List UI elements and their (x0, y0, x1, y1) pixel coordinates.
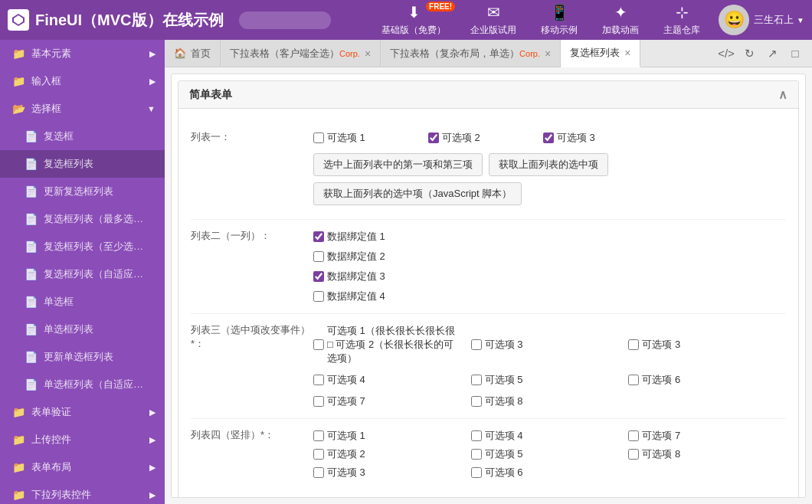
sidebar-item-checkbox-adaptive[interactable]: 📄 复选框列表（自适应… (0, 260, 165, 288)
navbar-item-animation[interactable]: ✦ 加载动画 (590, 3, 651, 37)
list-item[interactable]: 可选项 3 (543, 129, 658, 147)
list-item[interactable]: 数据绑定值 2 (313, 247, 428, 266)
sidebar-item-checkbox-max[interactable]: 📄 复选框列表（最多选… (0, 205, 165, 233)
navbar-item-basic[interactable]: FREE! ⬇ 基础版（免费） (369, 3, 458, 37)
arrow-icon: ▶ (149, 490, 156, 500)
list-item[interactable]: 可选项 6 (628, 371, 786, 389)
checkbox-l4opt5[interactable] (471, 449, 482, 460)
list-item[interactable]: 可选项 4 (313, 371, 471, 389)
tab-close-dropdown-layout[interactable]: × (545, 47, 551, 60)
list-item[interactable]: 可选项 7 (313, 392, 471, 411)
sidebar-item-checkbox-min[interactable]: 📄 复选框列表（至少选… (0, 233, 165, 260)
sidebar-item-form-validation[interactable]: 📁 表单验证 ▶ (0, 398, 165, 426)
checkbox-l4opt1[interactable] (313, 430, 324, 441)
sidebar-item-input[interactable]: 📁 输入框 ▶ (0, 67, 165, 95)
list-item[interactable]: 可选项 2 (313, 445, 471, 463)
list-item[interactable]: 可选项 3 (628, 322, 786, 368)
sidebar-item-dropdown-list[interactable]: 📁 下拉列表控件 ▶ (0, 481, 165, 504)
sidebar-item-basic-elements[interactable]: 📁 基本元素 ▶ (0, 40, 165, 67)
navbar-item-theme[interactable]: ⊹ 主题仓库 (651, 3, 712, 37)
list-item[interactable]: 可选项 5 (471, 371, 629, 389)
sidebar-item-radio-adaptive[interactable]: 📄 单选框列表（自适应… (0, 371, 165, 398)
navbar-items: FREE! ⬇ 基础版（免费） ✉ 企业版试用 📱 移动示例 ✦ 加载动画 ⊹ … (369, 3, 804, 37)
refresh-button[interactable]: ↻ (738, 43, 760, 64)
username[interactable]: 三生石上 (754, 13, 794, 27)
sidebar-item-checkbox-list[interactable]: 📄 复选框列表 (0, 150, 165, 178)
list-item[interactable]: 可选项 5 (471, 445, 629, 463)
checkbox-l4opt3[interactable] (313, 467, 324, 478)
tab-dropdown-full[interactable]: 下拉表格（客户端全选）Corp. × (221, 40, 381, 67)
checkbox-l4opt8[interactable] (628, 449, 639, 460)
checkbox-l3opt1[interactable] (313, 339, 324, 350)
checkbox-opt1[interactable] (313, 133, 324, 143)
sidebar-item-select[interactable]: 📂 选择框 ▼ (0, 95, 165, 123)
sidebar-item-update-radio[interactable]: 📄 更新单选框列表 (0, 343, 165, 371)
sidebar-item-checkbox[interactable]: 📄 复选框 (0, 123, 165, 150)
avatar[interactable]: 😀 (719, 5, 749, 35)
sidebar-item-radio[interactable]: 📄 单选框 (0, 288, 165, 316)
checkbox-l3opt8[interactable] (471, 396, 482, 407)
tab-close-checkbox-list[interactable]: × (624, 47, 630, 59)
checkbox-l4opt4[interactable] (471, 430, 482, 441)
checkbox-data2[interactable] (313, 251, 324, 262)
list-item[interactable]: 可选项 1 (313, 129, 428, 147)
folder-icon: 📁 (12, 75, 25, 87)
sidebar-item-form-layout[interactable]: 📁 表单布局 ▶ (0, 453, 165, 481)
tab-home[interactable]: 🏠 首页 (165, 40, 221, 67)
form-row-list2: 列表二（一列）： 数据绑定值 1 数据绑定值 2 (191, 220, 786, 314)
home-icon: 🏠 (174, 47, 186, 59)
folder-open-icon: 📂 (12, 103, 25, 115)
list-item[interactable]: 可选项 8 (628, 445, 786, 463)
checkbox-l3-opt3b[interactable] (628, 339, 639, 350)
checkbox-data4[interactable] (313, 291, 324, 302)
list-item[interactable]: 可选项 2 (428, 129, 543, 147)
maximize-button[interactable]: □ (784, 43, 806, 64)
checkbox-l4opt6[interactable] (471, 467, 482, 478)
checkbox-l3opt6[interactable] (628, 375, 639, 385)
list-item[interactable]: 可选项 3 (471, 322, 629, 368)
list-item[interactable]: 可选项 3 (313, 463, 471, 482)
list-item[interactable]: 可选项 6 (471, 463, 629, 482)
list-item[interactable]: 数据绑定值 3 (313, 267, 428, 286)
list-item[interactable]: 可选项 4 (471, 427, 629, 445)
sidebar-item-update-checkbox[interactable]: 📄 更新复选框列表 (0, 178, 165, 205)
checkbox-l3opt7[interactable] (313, 396, 324, 407)
tab-close-dropdown-full[interactable]: × (365, 47, 371, 60)
checkbox-opt2[interactable] (428, 133, 439, 143)
checkbox-l3opt5[interactable] (471, 375, 482, 385)
tab-checkbox-list[interactable]: 复选框列表 × (561, 40, 640, 67)
collapse-icon[interactable]: ∧ (778, 87, 787, 102)
app-brand[interactable]: FineUI（MVC版）在线示例 (8, 9, 224, 31)
sidebar-item-radio-list[interactable]: 📄 单选框列表 (0, 316, 165, 343)
select-1-3-button[interactable]: 选中上面列表中的第一项和第三项 (313, 153, 483, 176)
code-view-button[interactable]: </> (715, 43, 737, 64)
get-selected-button[interactable]: 获取上面列表的选中项 (489, 153, 608, 176)
sidebar-item-upload[interactable]: 📁 上传控件 ▶ (0, 426, 165, 453)
popup-button[interactable]: ↗ (761, 43, 783, 64)
list-item[interactable]: 数据绑定值 4 (313, 287, 428, 306)
list-item[interactable]: 数据绑定值 1 (313, 227, 428, 246)
checkbox-l3opt3[interactable] (471, 339, 482, 350)
list-item[interactable]: 可选项 1（很长很长长很长很□ 可选项 2（长很长很长的可选项） (313, 322, 471, 368)
sidebar-item-radio-list-label: 单选框列表 (44, 322, 93, 336)
checkbox-data3[interactable] (313, 271, 324, 282)
checkbox-l4opt7[interactable] (628, 430, 639, 441)
panel-body: 列表一： 可选项 1 可选项 2 (178, 109, 798, 498)
list-item[interactable]: 可选项 7 (628, 427, 786, 445)
get-selected-js-button[interactable]: 获取上面列表的选中项（JavaScript 脚本） (313, 182, 522, 205)
navbar-item-enterprise[interactable]: ✉ 企业版试用 (458, 3, 529, 37)
list-item[interactable]: 可选项 8 (471, 392, 629, 411)
navbar-item-mobile[interactable]: 📱 移动示例 (529, 3, 590, 37)
user-dropdown-arrow[interactable]: ▼ (797, 16, 804, 25)
doc-icon: 📄 (25, 268, 38, 280)
checkbox-data1[interactable] (313, 231, 324, 242)
search-input[interactable] (239, 11, 331, 29)
tab-home-label: 首页 (191, 47, 211, 61)
list-item[interactable]: 可选项 1 (313, 427, 471, 445)
doc-icon: 📄 (25, 378, 38, 391)
folder-icon: 📁 (12, 47, 25, 60)
tab-dropdown-layout[interactable]: 下拉表格（复杂布局，单选）Corp. × (381, 40, 561, 67)
checkbox-l3opt4[interactable] (313, 375, 324, 385)
checkbox-opt3[interactable] (543, 133, 554, 143)
checkbox-l4opt2[interactable] (313, 449, 324, 460)
